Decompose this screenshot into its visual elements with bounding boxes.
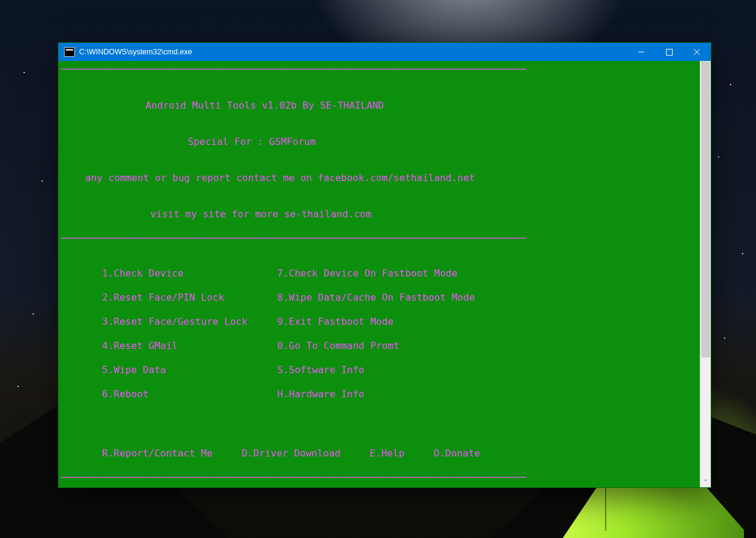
menu-columns: 1.Check Device2.Reset Face/PIN Lock3.Res… (61, 267, 697, 412)
menu-item-7[interactable]: 7.Check Device On Fastboot Mode (277, 267, 475, 292)
menu-item-6[interactable]: 6.Reboot (102, 388, 277, 412)
desktop-background: C:\WINDOWS\system32\cmd.exe ────────────… (0, 0, 756, 538)
bottom-item-r[interactable]: R.Report/Contact Me (102, 447, 213, 459)
scrollbar[interactable]: ˄ ˅ (700, 61, 711, 487)
bottom-item-e[interactable]: E.Help (341, 447, 405, 459)
menu-item-2[interactable]: 2.Reset Face/PIN Lock (102, 292, 277, 316)
scrollbar-thumb[interactable] (701, 62, 710, 357)
menu-item-h[interactable]: H.Hardware Info (277, 388, 475, 412)
menu-item-5[interactable]: 5.Wipe Data (102, 364, 277, 388)
cmd-window: C:\WINDOWS\system32\cmd.exe ────────────… (58, 42, 711, 488)
menu-item-8[interactable]: 8.Wipe Data/Cache On Fastboot Mode (277, 292, 475, 316)
menu-item-9[interactable]: 9.Exit Fastboot Mode (277, 316, 475, 340)
svg-rect-0 (666, 49, 672, 55)
titlebar[interactable]: C:\WINDOWS\system32\cmd.exe (59, 43, 711, 61)
bottom-item-o[interactable]: O.Donate (405, 447, 480, 459)
menu-item-s[interactable]: S.Software Info (277, 364, 475, 388)
scroll-down-icon[interactable]: ˅ (700, 477, 711, 487)
divider-line: ────────────────────────────────────────… (61, 63, 697, 75)
bottom-menu: R.Report/Contact Me D.Driver Download E.… (61, 447, 697, 460)
minimize-icon (638, 49, 644, 55)
console-output[interactable]: ────────────────────────────────────────… (59, 61, 700, 487)
menu-item-1[interactable]: 1.Check Device (102, 267, 277, 292)
window-title: C:\WINDOWS\system32\cmd.exe (79, 48, 192, 56)
close-icon (694, 49, 700, 55)
header-title: Android Multi Tools v1.02b By SE-THAILAN… (61, 100, 697, 112)
cmd-icon (64, 47, 75, 57)
header-contact: any comment or bug report contact me on … (61, 172, 697, 184)
maximize-button[interactable] (655, 43, 683, 61)
header-special: Special For : GSMForum (61, 136, 697, 148)
menu-item-4[interactable]: 4.Reset GMail (102, 340, 277, 364)
divider-line: ────────────────────────────────────────… (61, 472, 697, 484)
close-button[interactable] (683, 43, 711, 61)
bottom-item-d[interactable]: D.Driver Download (213, 447, 341, 459)
header-site: visit my site for more se-thailand.com (61, 208, 697, 220)
divider-line: ────────────────────────────────────────… (61, 232, 697, 245)
menu-item-0[interactable]: 0.Go To Command Promt (277, 340, 475, 364)
minimize-button[interactable] (627, 43, 655, 61)
menu-item-3[interactable]: 3.Reset Face/Gesture Lock (102, 316, 277, 340)
maximize-icon (666, 49, 673, 56)
